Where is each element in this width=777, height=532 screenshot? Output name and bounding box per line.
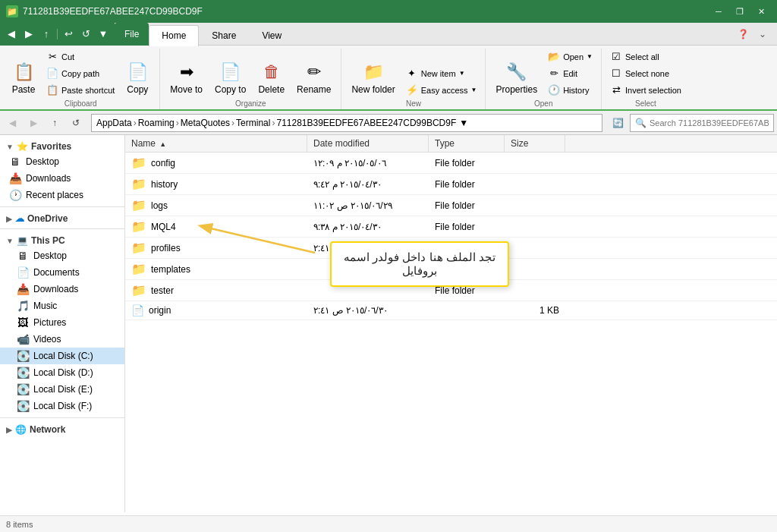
qat-redo[interactable]: ↺ (77, 27, 94, 42)
sidebar-item-desktop[interactable]: 🖥 Desktop (0, 153, 124, 170)
table-row[interactable]: 📁 logs ٢٠١٥/٠٦/٢٩ ص ١١:٠٢ File folder (125, 195, 777, 216)
qat-forward[interactable]: ▶ (20, 27, 37, 42)
window-controls: ─ ❐ ✕ (709, 4, 771, 19)
favorites-label: Favorites (31, 141, 71, 152)
nav-back-button[interactable]: ◀ (3, 114, 21, 132)
sidebar-item-videos[interactable]: 📹 Videos (0, 331, 124, 348)
sidebar-documents-label: Documents (33, 267, 80, 278)
rename-button[interactable]: ✏ Rename (291, 57, 336, 98)
tab-file[interactable]: File (115, 23, 149, 46)
open-btn[interactable]: 📂 Open ▼ (544, 49, 596, 65)
table-row[interactable]: 📁 config ٢٠١٥/٠٥/٠٦ م ١٢:٠٩ File folder (125, 153, 777, 174)
breadcrumb-appdata[interactable]: AppData (96, 118, 132, 128)
address-field[interactable]: AppData › Roaming › MetaQuotes › Termina… (91, 114, 602, 132)
pc-desktop-icon: 🖥 (17, 250, 29, 262)
refresh-icon[interactable]: 🔄 (609, 114, 627, 132)
address-bar: ◀ ▶ ↑ ↺ AppData › Roaming › MetaQuotes ›… (0, 111, 777, 135)
table-row[interactable]: 📁 MQL4 ٢٠١٥/٠٤/٣٠ م ٩:٣٨ File folder (125, 216, 777, 238)
delete-button[interactable]: 🗑 Delete (253, 57, 290, 98)
new-folder-button[interactable]: 📁 New folder (346, 57, 400, 98)
sidebar-group-thispc[interactable]: ▼ 💻 This PC (0, 232, 124, 247)
col-name-label: Name (131, 138, 156, 149)
easy-access-button[interactable]: ⚡ Easy access ▼ (402, 82, 481, 98)
search-field[interactable]: 🔍 (630, 114, 774, 132)
copy-button[interactable]: 📄 Copy (120, 57, 155, 98)
folder-icon: 📁 (131, 283, 146, 297)
thispc-label: This PC (31, 235, 65, 246)
sidebar-item-music[interactable]: 🎵 Music (0, 297, 124, 314)
qat-back[interactable]: ◀ (3, 27, 20, 42)
sidebar-item-pictures[interactable]: 🖼 Pictures (0, 314, 124, 331)
sidebar-item-documents[interactable]: 📄 Documents (0, 264, 124, 281)
copy-to-button[interactable]: 📄 Copy to (209, 57, 251, 98)
sidebar-item-recent[interactable]: 🕐 Recent places (0, 187, 124, 203)
tab-share[interactable]: Share (199, 25, 249, 46)
col-header-date[interactable]: Date modified (307, 135, 429, 152)
clipboard-group-label: Clipboard (6, 98, 155, 109)
edit-button[interactable]: ✏ Edit (544, 65, 596, 81)
tab-view[interactable]: View (249, 25, 294, 46)
table-row[interactable]: 📄 origin ٢٠١٥/٠٦/٣٠ ص ٢:٤١ 1 KB (125, 301, 777, 320)
qat-undo[interactable]: ↩ (60, 27, 77, 42)
new-item-button[interactable]: ✦ New item ▼ (402, 65, 481, 81)
sidebar-item-d[interactable]: 💽 Local Disk (D:) (0, 364, 124, 381)
sidebar-group-favorites[interactable]: ▼ ⭐ Favorites (0, 138, 124, 153)
qat-sep (57, 29, 58, 39)
sidebar-group-network[interactable]: ▶ 🌐 Network (0, 421, 124, 436)
help-button[interactable]: ❓ (735, 26, 751, 42)
close-button[interactable]: ✕ (751, 4, 771, 19)
nav-up-button[interactable]: ↑ (46, 114, 64, 132)
new-buttons: 📁 New folder ✦ New item ▼ ⚡ Easy access … (346, 49, 480, 98)
options-button[interactable]: ⌄ (754, 26, 771, 42)
breadcrumb-metaquotes[interactable]: MetaQuotes (181, 118, 230, 128)
file-date-history: ٢٠١٥/٠٤/٣٠ م ٩:٤٢ (307, 176, 429, 193)
breadcrumb-dropdown[interactable]: ▼ (459, 118, 468, 128)
col-header-size[interactable]: Size (505, 135, 565, 152)
sidebar-item-pc-desktop[interactable]: 🖥 Desktop (0, 247, 124, 264)
paste-shortcut-button[interactable]: 📋 Paste shortcut (42, 82, 118, 98)
paste-button[interactable]: 📋 Paste (6, 57, 41, 98)
onedrive-expand-icon: ▶ (6, 215, 12, 223)
tab-home[interactable]: Home (149, 25, 199, 46)
search-input[interactable] (650, 118, 769, 127)
folder-icon: 📁 (131, 177, 146, 191)
invert-selection-button[interactable]: ⇄ Invert selection (606, 82, 685, 98)
sidebar-item-f[interactable]: 💽 Local Disk (F:) (0, 398, 124, 414)
select-none-button[interactable]: ☐ Select none (606, 65, 685, 81)
sidebar-item-e[interactable]: 💽 Local Disk (E:) (0, 381, 124, 398)
sidebar-group-onedrive[interactable]: ▶ ☁ OneDrive (0, 210, 124, 225)
address-refresh[interactable]: 🔄 (609, 114, 627, 132)
col-header-type[interactable]: Type (429, 135, 505, 152)
table-row[interactable]: 📁 history ٢٠١٥/٠٤/٣٠ م ٩:٤٢ File folder (125, 174, 777, 195)
sidebar-item-pc-downloads[interactable]: 📥 Downloads (0, 281, 124, 297)
file-name-label: config (151, 158, 175, 168)
cut-button[interactable]: ✂ Cut (42, 49, 118, 65)
select-all-button[interactable]: ☑ Select all (606, 49, 685, 65)
file-name-label: tester (151, 285, 174, 296)
properties-button[interactable]: 🔧 Properties (490, 57, 543, 98)
sidebar-pictures-label: Pictures (33, 317, 66, 328)
file-name-mql4: 📁 MQL4 (125, 216, 307, 237)
maximize-button[interactable]: ❐ (730, 4, 750, 19)
breadcrumb-roaming[interactable]: Roaming (138, 118, 175, 128)
nav-forward-button[interactable]: ▶ (24, 114, 42, 132)
qat-dropdown[interactable]: ▼ (95, 27, 112, 42)
minimize-button[interactable]: ─ (709, 4, 728, 19)
sidebar-item-c[interactable]: 💽 Local Disk (C:) (0, 348, 124, 364)
breadcrumb-hash[interactable]: 711281B39EEDFE67ABEE247CD99BCD9F (276, 118, 456, 128)
nav-refresh-button[interactable]: ↺ (67, 114, 85, 132)
copy-path-button[interactable]: 📄 Copy path (42, 65, 118, 81)
downloads-icon: 📥 (9, 172, 21, 184)
qat-up[interactable]: ↑ (38, 27, 55, 42)
breadcrumb-sep3: › (231, 118, 234, 128)
file-date-logs: ٢٠١٥/٠٦/٢٩ ص ١١:٠٢ (307, 197, 429, 214)
ribbon-group-organize: ➡ Move to 📄 Copy to 🗑 Delete ✏ Rename Or… (160, 49, 341, 109)
col-header-name[interactable]: Name ▲ (125, 135, 307, 152)
move-to-button[interactable]: ➡ Move to (165, 57, 208, 98)
breadcrumb-terminal[interactable]: Terminal (236, 118, 270, 128)
quick-access-toolbar: ◀ ▶ ↑ ↩ ↺ ▼ (0, 23, 115, 46)
history-button[interactable]: 🕐 History (544, 82, 596, 98)
file-icon: 📄 (131, 304, 144, 316)
sidebar-item-downloads[interactable]: 📥 Downloads (0, 170, 124, 187)
folder-icon: 📁 (131, 219, 146, 234)
